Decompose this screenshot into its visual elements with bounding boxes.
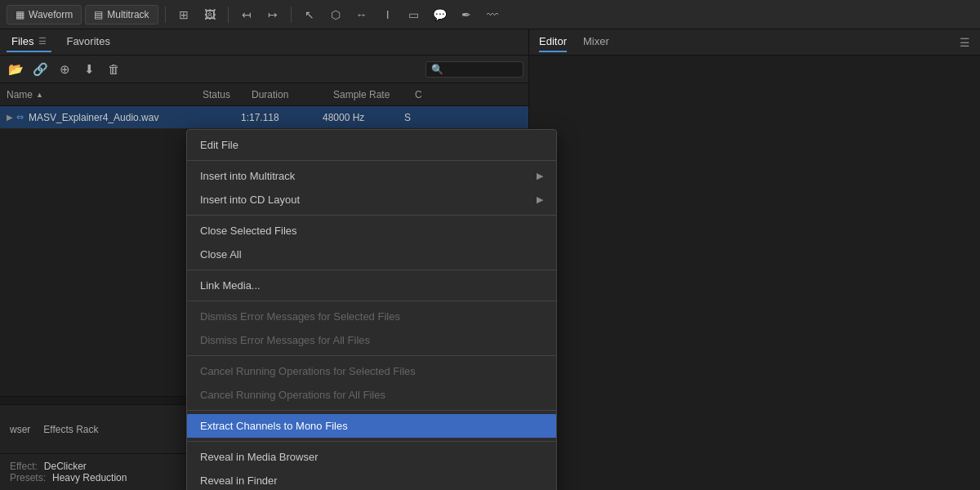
col-header-status: Status <box>203 89 252 100</box>
menu-item-extract-channels[interactable]: Extract Channels to Mono Files <box>187 414 556 438</box>
multitrack-icon: ▤ <box>94 9 103 20</box>
waveform-label: Waveform <box>29 9 73 20</box>
file-samplerate: 48000 Hz <box>323 112 404 123</box>
menu-item-dismiss-selected: Dismiss Error Messages for Selected File… <box>187 305 556 328</box>
menu-item-reveal-finder[interactable]: Reveal in Finder <box>187 469 556 490</box>
arrow-icon-cd: ▶ <box>537 194 543 205</box>
toolbar-image-icon[interactable]: 🖼 <box>198 4 221 25</box>
favorites-tab-label: Favorites <box>66 35 109 47</box>
menu-sep-3 <box>187 270 556 270</box>
file-list-header: Name ▲ Status Duration Sample Rate C <box>0 83 528 106</box>
file-channels: S <box>404 112 522 123</box>
right-panel-tabs: Editor Mixer ☰ <box>529 29 980 56</box>
col-header-duration: Duration <box>252 89 333 100</box>
link-folder-btn[interactable]: 🔗 <box>29 60 51 79</box>
menu-sep-2 <box>187 215 556 216</box>
multitrack-btn[interactable]: ▤ Multitrack <box>85 5 158 24</box>
files-tab-menu-icon[interactable]: ☰ <box>38 36 47 47</box>
tab-favorites[interactable]: Favorites <box>61 32 114 52</box>
file-search-box[interactable]: 🔍 <box>425 61 523 78</box>
file-row[interactable]: ▶ ⇔ MASV_Explainer4_Audio.wav 1:17.118 4… <box>0 106 528 129</box>
menu-item-link-media[interactable]: Link Media... <box>187 274 556 297</box>
toolbar-pen-icon[interactable]: ✒ <box>455 4 478 25</box>
right-panel-content <box>529 56 980 490</box>
menu-item-dismiss-all: Dismiss Error Messages for All Files <box>187 328 556 352</box>
menu-sep-1 <box>187 160 556 161</box>
toolbar-box-icon[interactable]: ▭ <box>403 4 425 25</box>
col-header-name: Name ▲ <box>7 89 203 100</box>
sort-asc-icon: ▲ <box>36 91 43 99</box>
right-panel-menu-icon[interactable]: ☰ <box>960 36 970 49</box>
delete-file-btn[interactable]: 🗑 <box>103 60 124 79</box>
file-toolbar: 📂 🔗 ⊕ ⬇ 🗑 🔍 <box>0 56 528 83</box>
panel-tabs: Files ☰ Favorites <box>0 29 528 56</box>
file-duration: 1:17.118 <box>241 112 323 123</box>
search-input[interactable] <box>447 64 520 75</box>
toolbar-separator-3 <box>291 7 292 23</box>
menu-sep-4 <box>187 301 556 301</box>
toolbar-speech-icon[interactable]: 💬 <box>429 4 452 25</box>
toolbar-arrow-left-icon[interactable]: ↤ <box>235 4 258 25</box>
col-header-samplerate: Sample Rate <box>333 89 415 100</box>
tab-editor[interactable]: Editor <box>539 32 567 52</box>
menu-sep-5 <box>187 355 556 356</box>
menu-item-close-selected[interactable]: Close Selected Files <box>187 219 556 243</box>
presets-label: Presets: <box>10 472 46 483</box>
menu-sep-7 <box>187 441 556 442</box>
toolbar-resize-icon[interactable]: ↔ <box>350 4 373 25</box>
waveform-icon: ▦ <box>16 9 24 20</box>
menu-item-insert-cd[interactable]: Insert into CD Layout ▶ <box>187 188 556 212</box>
menu-item-insert-multitrack[interactable]: Insert into Multitrack ▶ <box>187 164 556 188</box>
audio-file-icon: ⇔ <box>16 112 24 122</box>
toolbar-separator-2 <box>228 7 229 23</box>
menu-item-cancel-all: Cancel Running Operations for All Files <box>187 383 556 407</box>
menu-item-edit-file[interactable]: Edit File <box>187 133 556 157</box>
tab-mixer[interactable]: Mixer <box>583 32 609 52</box>
menu-item-close-all[interactable]: Close All <box>187 243 556 266</box>
new-file-btn[interactable]: ⊕ <box>54 60 75 79</box>
toolbar-arrow-right-icon[interactable]: ↦ <box>261 4 284 25</box>
menu-item-reveal-media[interactable]: Reveal in Media Browser <box>187 445 556 469</box>
top-toolbar: ▦ Waveform ▤ Multitrack ⊞ 🖼 ↤ ↦ ↖ ⬡ ↔ I … <box>0 0 980 29</box>
toolbar-wave-icon[interactable]: 〰 <box>481 4 504 25</box>
waveform-btn[interactable]: ▦ Waveform <box>7 5 82 24</box>
effects-rack-label: Effects Rack <box>43 424 98 435</box>
menu-sep-6 <box>187 410 556 411</box>
import-file-btn[interactable]: ⬇ <box>78 60 100 79</box>
browser-panel-label: wser <box>10 424 30 435</box>
effect-label: Effect: <box>10 461 38 472</box>
open-folder-btn[interactable]: 📂 <box>5 60 26 79</box>
search-icon: 🔍 <box>431 64 443 75</box>
presets-value: Heavy Reduction <box>52 472 127 483</box>
toolbar-separator-1 <box>165 7 166 23</box>
toolbar-lasso-icon[interactable]: ⬡ <box>324 4 347 25</box>
file-name: MASV_Explainer4_Audio.wav <box>29 112 192 123</box>
effect-value: DeClicker <box>44 461 87 472</box>
tab-files[interactable]: Files ☰ <box>7 32 51 52</box>
toolbar-grid-icon[interactable]: ⊞ <box>172 4 195 25</box>
col-header-channels: C <box>415 89 522 100</box>
toolbar-text-icon[interactable]: I <box>376 4 399 25</box>
toolbar-cursor-icon[interactable]: ↖ <box>298 4 321 25</box>
row-expand-icon: ▶ <box>7 113 13 122</box>
arrow-icon-multitrack: ▶ <box>537 171 543 181</box>
right-panel: Editor Mixer ☰ <box>529 29 980 490</box>
files-tab-label: Files <box>11 35 33 47</box>
menu-item-cancel-selected: Cancel Running Operations for Selected F… <box>187 359 556 383</box>
context-menu: Edit File Insert into Multitrack ▶ Inser… <box>186 129 557 490</box>
multitrack-label: Multitrack <box>107 9 149 20</box>
